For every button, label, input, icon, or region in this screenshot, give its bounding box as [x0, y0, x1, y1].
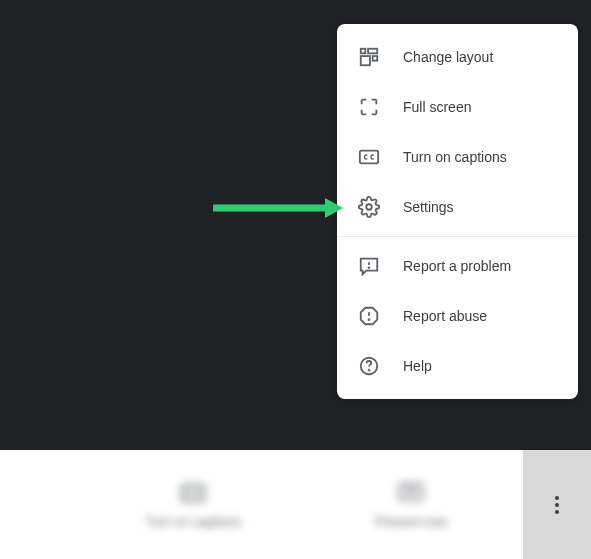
menu-label: Turn on captions: [403, 149, 507, 165]
svg-rect-1: [368, 49, 377, 54]
menu-item-report-abuse[interactable]: Report abuse: [337, 291, 578, 341]
more-options-button[interactable]: [523, 450, 591, 559]
menu-item-captions[interactable]: Turn on captions: [337, 132, 578, 182]
menu-divider: [337, 236, 578, 237]
svg-point-9: [369, 319, 370, 320]
cc-icon: [357, 145, 381, 169]
menu-label: Change layout: [403, 49, 493, 65]
menu-item-help[interactable]: Help: [337, 341, 578, 391]
svg-rect-2: [361, 56, 370, 65]
svg-rect-4: [360, 151, 378, 164]
layout-icon: [357, 45, 381, 69]
fullscreen-icon: [357, 95, 381, 119]
menu-label: Full screen: [403, 99, 471, 115]
help-icon: [357, 354, 381, 378]
toolbar-label: Present now: [375, 514, 447, 529]
more-options-menu: Change layout Full screen Turn on captio…: [337, 24, 578, 399]
menu-label: Report a problem: [403, 258, 511, 274]
gear-icon: [357, 195, 381, 219]
bottom-toolbar: Turn on captions Present now: [0, 450, 591, 559]
video-area: Change layout Full screen Turn on captio…: [0, 0, 591, 450]
menu-label: Report abuse: [403, 308, 487, 324]
svg-point-5: [366, 204, 372, 210]
svg-marker-13: [325, 198, 343, 218]
report-abuse-icon: [357, 304, 381, 328]
svg-point-11: [369, 370, 370, 371]
annotation-arrow-settings: [213, 196, 343, 220]
present-icon: [398, 480, 424, 506]
cc-icon: [180, 480, 206, 506]
report-problem-icon: [357, 254, 381, 278]
svg-rect-14: [182, 485, 204, 500]
toolbar-captions-button[interactable]: Turn on captions: [145, 480, 241, 529]
toolbar-present-button[interactable]: Present now: [375, 480, 447, 529]
menu-item-full-screen[interactable]: Full screen: [337, 82, 578, 132]
more-vertical-icon: [555, 496, 559, 514]
menu-label: Settings: [403, 199, 454, 215]
menu-item-change-layout[interactable]: Change layout: [337, 32, 578, 82]
toolbar-label: Turn on captions: [145, 514, 241, 529]
menu-label: Help: [403, 358, 432, 374]
svg-rect-0: [361, 49, 366, 54]
menu-item-settings[interactable]: Settings: [337, 182, 578, 232]
svg-point-7: [369, 267, 370, 268]
svg-rect-3: [373, 56, 378, 61]
menu-item-report-problem[interactable]: Report a problem: [337, 241, 578, 291]
